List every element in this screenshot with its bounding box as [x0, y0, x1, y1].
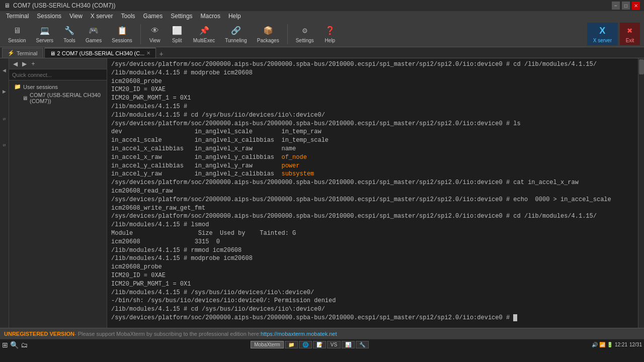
sidebar-toolbar: ◀ ▶ +	[9, 58, 107, 69]
toolbar-tunneling[interactable]: 🔗 Tunneling	[221, 23, 251, 45]
status-bar: UNREGISTERED VERSION - Please support Mo…	[0, 328, 644, 339]
restore-button[interactable]: □	[622, 2, 630, 10]
toolbar-help[interactable]: ❓ Help	[320, 23, 340, 45]
toolbar-xserver-label: X server	[593, 38, 612, 43]
view-icon: 👁	[149, 25, 161, 37]
toolbar-games[interactable]: 🎮 Games	[82, 23, 106, 45]
taskbar-vscode[interactable]: VS	[327, 341, 341, 348]
left-strip: ◀ ▶ S S	[0, 58, 9, 328]
tab-add-button[interactable]: +	[157, 50, 165, 58]
xserver-icon: X	[596, 25, 608, 37]
folder-icon: 📁	[14, 83, 21, 90]
exit-icon: ✖	[624, 25, 636, 37]
sidebar-btn-1[interactable]: ◀	[11, 60, 19, 68]
sessions-icon: 📋	[116, 25, 128, 37]
terminal-line: in_accel_scale in_anglvel_x_calibbias in…	[111, 136, 634, 145]
toolbar-settings[interactable]: ⚙ Settings	[292, 23, 318, 45]
status-link[interactable]: https://mobaxterm.mobatek.net	[261, 331, 337, 337]
menu-terminal[interactable]: Terminal	[2, 11, 33, 21]
toolbar-split[interactable]: ⬜ Split	[167, 23, 187, 45]
terminal-line: /sys/devices/platform/soc/2000000.aips-b…	[111, 212, 634, 221]
terminal-line: /sys/devices/platform/soc/2000000.aips-b…	[111, 314, 634, 322]
tab-bar: ⚡ Terminal 🖥 2 COM7 (USB-SERIAL CH340 (C…	[0, 47, 644, 58]
terminal-line: /lib/modules/4.1.15 # cd /sys/bus/iio/de…	[111, 111, 634, 120]
taskbar-extra2[interactable]: 🔧	[356, 341, 369, 348]
toolbar-xserver[interactable]: X X server	[587, 23, 618, 45]
toolbar-session[interactable]: 🖥 Session	[4, 23, 30, 45]
terminal-line: dev in_anglvel_scale in_temp_raw	[111, 128, 634, 136]
tab-com7-icon: 🖥	[50, 50, 55, 56]
menu-games[interactable]: Games	[139, 11, 167, 21]
tab-terminal-label: Terminal	[17, 50, 38, 56]
terminal-line: -/bin/sh: /sys/bus/iio/devices/iio:devic…	[111, 297, 634, 305]
taskview-icon[interactable]: 🗂	[21, 341, 28, 349]
toolbar-sep-1	[140, 24, 141, 44]
unregistered-label: UNREGISTERED VERSION	[4, 331, 74, 337]
tab-terminal[interactable]: ⚡ Terminal	[2, 48, 43, 58]
menu-tools[interactable]: Tools	[117, 11, 139, 21]
taskbar-mobaxterm[interactable]: MobaXterm	[251, 341, 284, 348]
taskbar-left: ⊞ 🔍 🗂	[2, 341, 28, 349]
taskbar-explorer[interactable]: 📁	[285, 341, 298, 348]
taskbar-extra1[interactable]: 📊	[342, 341, 355, 348]
games-icon: 🎮	[88, 25, 100, 37]
sidebar-com7-item[interactable]: 🖥 COM7 (USB-SERIAL CH340 (COM7))	[12, 91, 104, 105]
scrollbar-thumb[interactable]	[639, 59, 644, 74]
terminal[interactable]: /sys/devices/platform/soc/2000000.aips-b…	[107, 58, 638, 328]
terminal-line: /lib/modules/4.1.15 # modprobe icm20608	[111, 69, 634, 77]
menu-settings[interactable]: Settings	[167, 11, 196, 21]
multiexec-icon: 📌	[198, 25, 210, 37]
menu-macros[interactable]: Macros	[197, 11, 224, 21]
terminal-line: icm20608_probe	[111, 77, 634, 86]
sidebar-btn-3[interactable]: +	[29, 60, 37, 68]
toolbar-sessions[interactable]: 📋 Sessions	[108, 23, 136, 45]
toolbar-servers[interactable]: 💻 Servers	[32, 23, 57, 45]
start-button[interactable]: ⊞	[2, 341, 8, 349]
terminal-line: icm20608_write_raw_get_fmt	[111, 204, 634, 213]
terminal-line: Module Size Used by Tainted: G	[111, 229, 634, 238]
menu-view[interactable]: View	[65, 11, 87, 21]
sidebar-user-sessions-header[interactable]: 📁 User sessions	[12, 82, 104, 91]
status-message: - Please support MobaXterm by subscribin…	[74, 331, 261, 337]
tools-icon: 🔧	[63, 25, 75, 37]
toolbar-exit[interactable]: ✖ Exit	[620, 23, 640, 45]
toolbar-multiexec-label: MultiExec	[193, 38, 215, 43]
strip-nav-back[interactable]: ◀	[1, 60, 9, 80]
minimize-button[interactable]: −	[612, 2, 620, 10]
split-icon: ⬜	[171, 25, 183, 37]
toolbar-games-label: Games	[86, 38, 102, 43]
toolbar-multiexec[interactable]: 📌 MultiExec	[189, 23, 219, 45]
terminal-line: /lib/modules/4.1.15 # modprobe icm20608	[111, 254, 634, 263]
colored-word: of_node	[281, 154, 306, 161]
strip-nav-fwd[interactable]: ▶	[1, 81, 9, 102]
vertical-scrollbar[interactable]	[638, 58, 644, 328]
tab-com7[interactable]: 🖥 2 COM7 (USB-SERIAL CH340 (C... ✕	[44, 48, 156, 58]
search-taskbar-icon[interactable]: 🔍	[10, 341, 19, 349]
close-button[interactable]: ✕	[632, 2, 640, 10]
menu-sessions[interactable]: Sessions	[33, 11, 65, 21]
strip-btn-1[interactable]: S	[1, 107, 9, 132]
sidebar-com7-label: COM7 (USB-SERIAL CH340 (COM7))	[30, 92, 102, 104]
toolbar-view[interactable]: 👁 View	[145, 23, 165, 45]
toolbar-servers-label: Servers	[36, 38, 53, 43]
terminal-line: /lib/modules/4.1.15 # cd /sys/bus/iio/de…	[111, 305, 634, 314]
strip-btn-2[interactable]: S	[1, 133, 9, 158]
sidebar-search[interactable]	[9, 69, 107, 80]
toolbar-session-label: Session	[8, 38, 26, 43]
session-icon: 🖥	[11, 25, 23, 37]
toolbar-help-label: Help	[325, 38, 336, 43]
taskbar-notepad[interactable]: 📝	[313, 341, 326, 348]
taskbar-chrome[interactable]: 🌐	[299, 341, 312, 348]
sidebar-btn-2[interactable]: ▶	[20, 60, 28, 68]
toolbar-exit-label: Exit	[626, 38, 634, 43]
colored-word: power	[281, 162, 299, 169]
toolbar-sessions-label: Sessions	[112, 38, 132, 43]
menu-help[interactable]: Help	[224, 11, 245, 21]
terminal-line: in_accel_x_calibbias in_anglvel_x_raw na…	[111, 145, 634, 153]
menu-xserver[interactable]: X server	[87, 11, 117, 21]
settings-icon: ⚙	[299, 25, 311, 37]
toolbar-tools[interactable]: 🔧 Tools	[59, 23, 79, 45]
toolbar-packages[interactable]: 📦 Packages	[253, 23, 283, 45]
terminal-line: /sys/devices/platform/soc/2000000.aips-b…	[111, 60, 634, 69]
tab-com7-close[interactable]: ✕	[146, 50, 150, 56]
